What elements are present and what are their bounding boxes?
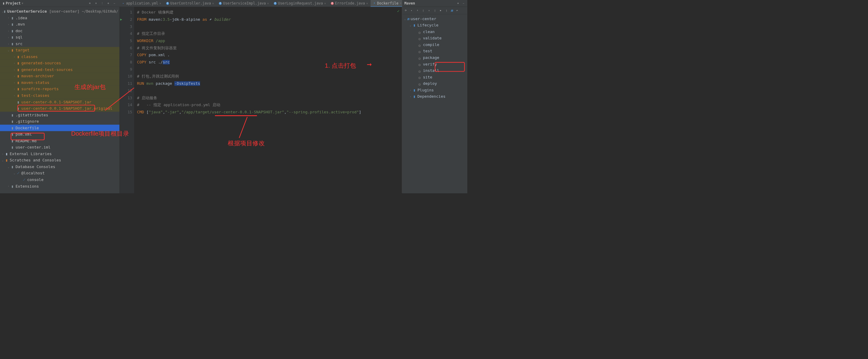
chevron-icon: › [13, 81, 17, 84]
tree-item[interactable]: ▮ user-center-0.0.1-SNAPSHOT.jar [0, 99, 120, 105]
code-line[interactable] [137, 66, 399, 73]
tree-item[interactable]: › ▮ doc [0, 28, 120, 34]
docker-icon: ▮ [373, 1, 376, 4]
refresh-icon[interactable]: ⟳ [404, 9, 408, 12]
tree-item[interactable]: › ▮ generated-test-sources [0, 66, 120, 73]
code-line[interactable]: # 启动服务 [137, 94, 399, 101]
line-number: 14 [120, 101, 134, 109]
tree-item[interactable]: › ▮ maven-archiver [0, 73, 120, 79]
code-content[interactable]: # Docker 镜像构建FROM maven:3.5-jdk-8-alpine… [134, 7, 402, 193]
tab-error-code[interactable]: E ErrorCode.java × [329, 0, 370, 7]
tree-item[interactable]: › ▮ classes [0, 54, 120, 60]
maven-dependencies[interactable]: › ▮ Dependencies [402, 93, 467, 100]
maven-goal-test[interactable]: ⚙ test [402, 48, 467, 54]
tab-user-service-impl[interactable]: C UserServiceImpl.java × [217, 0, 271, 7]
add-icon[interactable]: + [427, 9, 431, 12]
maven-goal-site[interactable]: ⚙ site [402, 74, 467, 81]
tree-item[interactable]: ▮ Dockerfile [0, 125, 120, 131]
gear-icon: ⚙ [418, 82, 422, 85]
file-icon: ▮ [11, 120, 14, 123]
select-opened-icon[interactable]: ⊟ [88, 2, 92, 5]
tree-db-consoles[interactable]: ⌄ ▮ Database Consoles [0, 164, 120, 170]
toggle-icon[interactable]: ⇄ [456, 9, 459, 12]
expand-all-icon[interactable]: ≡ [94, 2, 97, 5]
maven-icon[interactable]: m [451, 8, 453, 12]
tree-console[interactable]: ⟋ console [0, 176, 120, 183]
code-line[interactable]: WORKDIR /app [137, 37, 399, 45]
maven-goal-compile[interactable]: ⚙ compile [402, 42, 467, 48]
folder-orange-icon: ▮ [17, 74, 20, 78]
tab-user-controller[interactable]: C UserController.java × [164, 0, 216, 7]
close-icon[interactable]: × [400, 1, 402, 5]
maven-goal-deploy[interactable]: ⚙ deploy [402, 80, 467, 87]
tab-dockerfile[interactable]: ▮ Dockerfile × [371, 0, 402, 7]
folder-orange-icon: ▮ [17, 81, 20, 84]
tree-item[interactable]: › ▮ test-classes [0, 92, 120, 99]
code-line[interactable]: RUN mvn package -DskipTests [137, 80, 399, 87]
editor[interactable]: ✓ 12▶3456789101112131415 # Docker 镜像构建FR… [120, 7, 402, 193]
hide-icon[interactable]: — [462, 2, 465, 5]
java-icon: C [166, 2, 169, 5]
chevron-right-icon: › [2, 152, 5, 155]
maven-label: Lifecycle [417, 23, 438, 27]
tree-root[interactable]: ⌄ ▮ UserCenterService [user-center] ~/De… [0, 8, 120, 15]
maven-plugins[interactable]: › ▮ Plugins [402, 87, 467, 93]
close-icon[interactable]: × [159, 1, 161, 5]
code-line[interactable]: # Docker 镜像构建 [137, 9, 399, 16]
tree-label: user-center.iml [16, 145, 51, 149]
tab-application-yml[interactable]: ▸ application.yml × [120, 0, 163, 7]
java-icon: C [219, 2, 222, 5]
download-icon[interactable]: ⬇ [416, 9, 419, 12]
code-line[interactable]: CMD ["java","-jar","/app/target/user-cen… [137, 109, 399, 116]
tree-item[interactable]: ▮ .gitattributes [0, 112, 120, 118]
tab-user-login-request[interactable]: C UserLoginRequest.java × [272, 0, 328, 7]
run-icon[interactable]: ▶ [439, 9, 442, 12]
tree-label: Database Consoles [16, 164, 55, 169]
maven-goal-clean[interactable]: ⚙ clean [402, 29, 467, 35]
maven-root[interactable]: ⌄ m user-center [402, 16, 467, 22]
code-line[interactable]: COPY pom.xml . [137, 51, 399, 59]
line-number: 8 [120, 59, 134, 66]
maven-goal-label: compile [423, 43, 439, 47]
code-line[interactable]: # 指定工作目录 [137, 30, 399, 37]
folder-icon: ▮ [413, 88, 416, 92]
tree-item[interactable]: › ▮ src [0, 40, 120, 47]
line-number: 13 [120, 94, 134, 101]
close-icon[interactable]: × [324, 1, 326, 5]
maven-label: Maven [404, 1, 415, 5]
hide-icon[interactable]: — [113, 2, 116, 5]
gear-icon[interactable]: ⚙ [457, 2, 460, 5]
tree-extensions[interactable]: › ▮ Extensions [0, 183, 120, 189]
console-icon: ⟋ [22, 178, 26, 182]
code-line[interactable]: # -- 指定 application-prod.yml 启动 [137, 101, 399, 109]
code-line[interactable]: # 将文件复制到容器里 [137, 45, 399, 52]
close-icon[interactable]: × [212, 1, 214, 5]
close-icon[interactable]: × [267, 1, 269, 5]
code-line[interactable]: # 打包,并跳过测试用例 [137, 73, 399, 80]
run-marker-icon[interactable]: ▶ [120, 16, 122, 23]
maven-goal-package[interactable]: ⚙ package [402, 54, 467, 61]
tree-localhost[interactable]: ⌄ ⟋ @localhost [0, 170, 120, 176]
tree-item[interactable]: › ▮ sql [0, 34, 120, 40]
tree-item[interactable]: › ▮ generated-sources [0, 60, 120, 66]
code-line[interactable] [137, 87, 399, 94]
tree-external-libs[interactable]: › ▮ External Libraries [0, 150, 120, 157]
folder-icon: ▮ [11, 35, 14, 39]
tree-item[interactable]: ▮ user-center.iml [0, 144, 120, 150]
code-line[interactable]: FROM maven:3.5-jdk-8-alpine as ⬈ builder [137, 16, 399, 23]
tree-item[interactable]: › ▮ .idea [0, 15, 120, 21]
tree-item[interactable]: ▮ .gitignore [0, 118, 120, 125]
tree-item[interactable]: ⌄ ▮ target [0, 47, 120, 54]
tree-item[interactable]: › ▮ .mvn [0, 21, 120, 28]
maven-lifecycle[interactable]: ⌄ ▮ Lifecycle [402, 22, 467, 29]
close-icon[interactable]: × [366, 1, 368, 5]
gear-icon[interactable]: ⚙ [106, 2, 110, 5]
code-line[interactable] [137, 23, 399, 30]
code-line[interactable]: COPY src ./src [137, 59, 399, 66]
maven-goal-validate[interactable]: ⚙ validate [402, 35, 467, 42]
line-number: 3 [120, 23, 134, 30]
tree-scratches[interactable]: ⌄ ▮ Scratches and Consoles [0, 157, 120, 164]
project-dropdown[interactable]: ▮ Project ▼ [1, 1, 24, 5]
java-icon: C [274, 2, 277, 5]
generate-icon[interactable]: ▸ [410, 9, 413, 12]
